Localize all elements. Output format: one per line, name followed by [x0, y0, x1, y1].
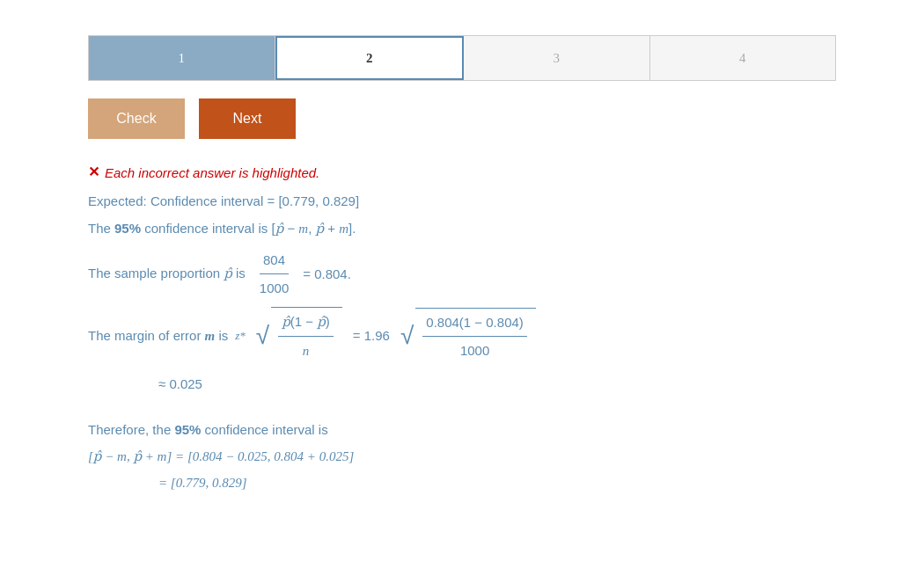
fraction-phat-num: p̂(1 − p̂) [278, 310, 334, 337]
sqrt-formula: √ p̂(1 − p̂) n [256, 307, 342, 365]
step-1-label: 1 [179, 51, 186, 66]
sqrt-numeric: √ 0.804(1 − 0.804) 1000 [400, 308, 536, 364]
step-1[interactable]: 1 [89, 36, 275, 80]
margin-prefix: The margin of error m is [88, 324, 228, 348]
action-buttons: Check Next [88, 98, 836, 139]
step-2-label: 2 [366, 51, 373, 66]
fraction-numeric-num: 0.804(1 − 0.804) [422, 310, 527, 337]
therefore-intro: Therefore, the 95% confidence interval i… [88, 417, 836, 443]
step-4-label: 4 [739, 51, 746, 66]
step-4[interactable]: 4 [650, 36, 836, 80]
fraction-phat: p̂(1 − p̂) n [278, 310, 334, 363]
sqrt-symbol-2: √ [400, 324, 414, 348]
approx-value: ≈ 0.025 [158, 376, 202, 391]
fraction-numeric: 0.804(1 − 0.804) 1000 [422, 310, 527, 362]
therefore-eq1: [p̂ − m, p̂ + m] = [0.804 − 0.025, 0.804… [88, 443, 836, 470]
therefore-eq2: = [0.779, 0.829] [88, 470, 836, 496]
sqrt-content: p̂(1 − p̂) n [271, 307, 342, 365]
sample-proportion-line: The sample proportion p̂ is 804 1000 = 0… [88, 248, 836, 300]
therefore-section: Therefore, the 95% confidence interval i… [88, 417, 836, 496]
denominator-1000: 1000 [256, 274, 292, 300]
error-message: Each incorrect answer is highlighted. [105, 161, 319, 185]
fraction-804-1000: 804 1000 [256, 248, 292, 300]
fraction-phat-den: n [299, 337, 313, 363]
sqrt-symbol: √ [256, 324, 269, 348]
check-button[interactable]: Check [88, 98, 185, 139]
sample-proportion-result: = 0.804. [303, 262, 351, 286]
feedback-area: ✕ Each incorrect answer is highlighted. … [88, 160, 836, 496]
fraction-numeric-den: 1000 [457, 337, 493, 362]
sample-proportion-prefix: The sample proportion p̂ is [88, 261, 246, 286]
eq2-text: = [0.779, 0.829] [158, 476, 247, 490]
z-star: z* [235, 325, 246, 346]
equals-196: = 1.96 [353, 324, 390, 347]
error-line: ✕ Each incorrect answer is highlighted. [88, 160, 836, 186]
error-icon: ✕ [88, 160, 99, 186]
step-3-label: 3 [554, 51, 561, 66]
margin-of-error-line: The margin of error m is z* √ p̂(1 − p̂)… [88, 307, 836, 365]
numerator-804: 804 [260, 248, 289, 274]
eq1-text: [p̂ − m, p̂ + m] = [0.804 − 0.025, 0.804… [88, 449, 354, 463]
ci-definition-line: The 95% confidence interval is [p̂ − m, … [88, 216, 836, 241]
approx-line: ≈ 0.025 [158, 372, 836, 396]
sqrt-numeric-content: 0.804(1 − 0.804) 1000 [415, 308, 536, 364]
expected-line: Expected: Confidence interval = [0.779, … [88, 189, 836, 213]
step-2[interactable]: 2 [275, 36, 465, 80]
next-button[interactable]: Next [199, 98, 296, 139]
step-tabs: 1 2 3 4 [88, 35, 836, 81]
step-3[interactable]: 3 [464, 36, 650, 80]
